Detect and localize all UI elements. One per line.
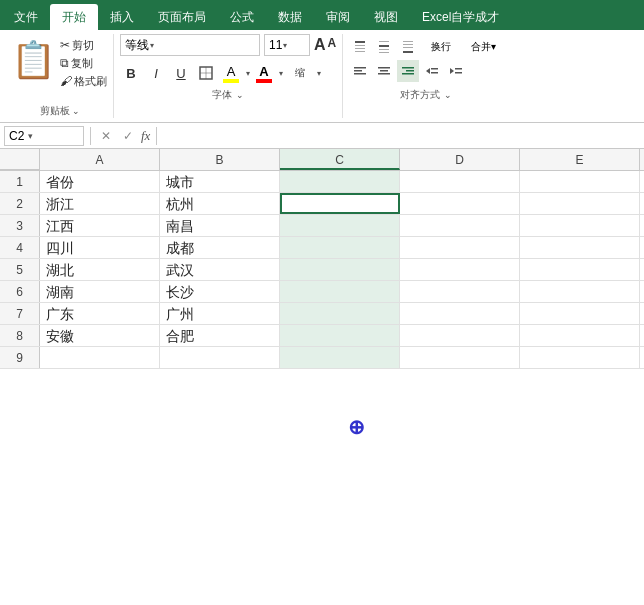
- tab-learn[interactable]: Excel自学成才: [410, 4, 511, 30]
- underline-button[interactable]: U: [170, 62, 192, 84]
- cell-B1[interactable]: 城市: [160, 171, 280, 192]
- cell-B2[interactable]: 杭州: [160, 193, 280, 214]
- wrap-text-button[interactable]: 换行: [421, 36, 461, 58]
- cell-A2[interactable]: 浙江: [40, 193, 160, 214]
- cell-B3[interactable]: 南昌: [160, 215, 280, 236]
- alignment-expand-icon[interactable]: ⌄: [444, 90, 452, 100]
- cell-A6[interactable]: 湖南: [40, 281, 160, 302]
- formula-cancel-button[interactable]: ✕: [97, 129, 115, 143]
- cell-E6[interactable]: [520, 281, 640, 302]
- tab-view[interactable]: 视图: [362, 4, 410, 30]
- cell-A8[interactable]: 安徽: [40, 325, 160, 346]
- decrease-font-size-button[interactable]: A: [328, 36, 337, 54]
- cell-C7[interactable]: [280, 303, 400, 324]
- format-painter-button[interactable]: 🖌 格式刷: [60, 72, 107, 90]
- bold-button[interactable]: B: [120, 62, 142, 84]
- cell-E5[interactable]: [520, 259, 640, 280]
- row-header-4[interactable]: 4: [0, 237, 40, 258]
- cell-C1[interactable]: [280, 171, 400, 192]
- cell-C8[interactable]: [280, 325, 400, 346]
- cut-button[interactable]: ✂ 剪切: [60, 36, 107, 54]
- row-header-5[interactable]: 5: [0, 259, 40, 280]
- cell-E9[interactable]: [520, 347, 640, 368]
- cell-D5[interactable]: [400, 259, 520, 280]
- cell-B5[interactable]: 武汉: [160, 259, 280, 280]
- cell-D1[interactable]: [400, 171, 520, 192]
- cell-E3[interactable]: [520, 215, 640, 236]
- cell-B4[interactable]: 成都: [160, 237, 280, 258]
- cell-B8[interactable]: 合肥: [160, 325, 280, 346]
- align-middle-button[interactable]: [373, 36, 395, 58]
- cell-C4[interactable]: [280, 237, 400, 258]
- cell-A5[interactable]: 湖北: [40, 259, 160, 280]
- increase-font-size-button[interactable]: A: [314, 36, 326, 54]
- cell-D9[interactable]: [400, 347, 520, 368]
- cell-E7[interactable]: [520, 303, 640, 324]
- cell-D3[interactable]: [400, 215, 520, 236]
- font-color-button[interactable]: A: [253, 64, 275, 83]
- col-header-A[interactable]: A: [40, 149, 160, 170]
- tab-insert[interactable]: 插入: [98, 4, 146, 30]
- formula-confirm-button[interactable]: ✓: [119, 129, 137, 143]
- cell-B9[interactable]: [160, 347, 280, 368]
- cell-D4[interactable]: [400, 237, 520, 258]
- cell-B6[interactable]: 长沙: [160, 281, 280, 302]
- row-header-2[interactable]: 2: [0, 193, 40, 214]
- decrease-indent-button[interactable]: [421, 60, 443, 82]
- increase-indent-button[interactable]: [445, 60, 467, 82]
- align-left-button[interactable]: [349, 60, 371, 82]
- cell-A7[interactable]: 广东: [40, 303, 160, 324]
- tab-file[interactable]: 文件: [2, 4, 50, 30]
- cell-E2[interactable]: [520, 193, 640, 214]
- font-name-select[interactable]: 等线 ▾: [120, 34, 260, 56]
- cell-B7[interactable]: 广州: [160, 303, 280, 324]
- row-header-1[interactable]: 1: [0, 171, 40, 192]
- align-right-button[interactable]: [397, 60, 419, 82]
- row-header-9[interactable]: 9: [0, 347, 40, 368]
- col-header-C[interactable]: C: [280, 149, 400, 170]
- copy-button[interactable]: ⧉ 复制: [60, 54, 107, 72]
- cell-C6[interactable]: [280, 281, 400, 302]
- font-color-dropdown-icon[interactable]: ▾: [279, 69, 283, 78]
- cell-D8[interactable]: [400, 325, 520, 346]
- cell-C3[interactable]: [280, 215, 400, 236]
- formula-input[interactable]: [163, 126, 640, 146]
- cell-C9[interactable]: [280, 347, 400, 368]
- row-header-6[interactable]: 6: [0, 281, 40, 302]
- cell-D2[interactable]: [400, 193, 520, 214]
- cell-A4[interactable]: 四川: [40, 237, 160, 258]
- row-header-8[interactable]: 8: [0, 325, 40, 346]
- align-center-button[interactable]: [373, 60, 395, 82]
- cell-C5[interactable]: [280, 259, 400, 280]
- special-format-dropdown-icon[interactable]: ▾: [317, 69, 321, 78]
- col-header-B[interactable]: B: [160, 149, 280, 170]
- border-button[interactable]: [195, 62, 217, 84]
- paste-button[interactable]: 📋: [12, 36, 54, 84]
- cell-E8[interactable]: [520, 325, 640, 346]
- select-all-button[interactable]: [0, 149, 40, 170]
- cell-reference-box[interactable]: C2 ▾: [4, 126, 84, 146]
- special-format-button[interactable]: 缩: [286, 62, 314, 84]
- cell-A3[interactable]: 江西: [40, 215, 160, 236]
- clipboard-expand-icon[interactable]: ⌄: [72, 106, 80, 116]
- font-expand-icon[interactable]: ⌄: [236, 90, 244, 100]
- tab-page-layout[interactable]: 页面布局: [146, 4, 218, 30]
- tab-data[interactable]: 数据: [266, 4, 314, 30]
- font-size-select[interactable]: 11 ▾: [264, 34, 310, 56]
- col-header-E[interactable]: E: [520, 149, 640, 170]
- cell-A9[interactable]: [40, 347, 160, 368]
- cell-E1[interactable]: [520, 171, 640, 192]
- cell-A1[interactable]: 省份: [40, 171, 160, 192]
- col-header-D[interactable]: D: [400, 149, 520, 170]
- fill-color-dropdown-icon[interactable]: ▾: [246, 69, 250, 78]
- tab-review[interactable]: 审阅: [314, 4, 362, 30]
- cell-C2[interactable]: [280, 193, 400, 214]
- merge-cells-button[interactable]: 合并▾: [463, 36, 503, 58]
- row-header-7[interactable]: 7: [0, 303, 40, 324]
- align-top-button[interactable]: [349, 36, 371, 58]
- cell-E4[interactable]: [520, 237, 640, 258]
- fill-color-button[interactable]: A: [220, 64, 242, 83]
- align-bottom-button[interactable]: [397, 36, 419, 58]
- cell-D6[interactable]: [400, 281, 520, 302]
- italic-button[interactable]: I: [145, 62, 167, 84]
